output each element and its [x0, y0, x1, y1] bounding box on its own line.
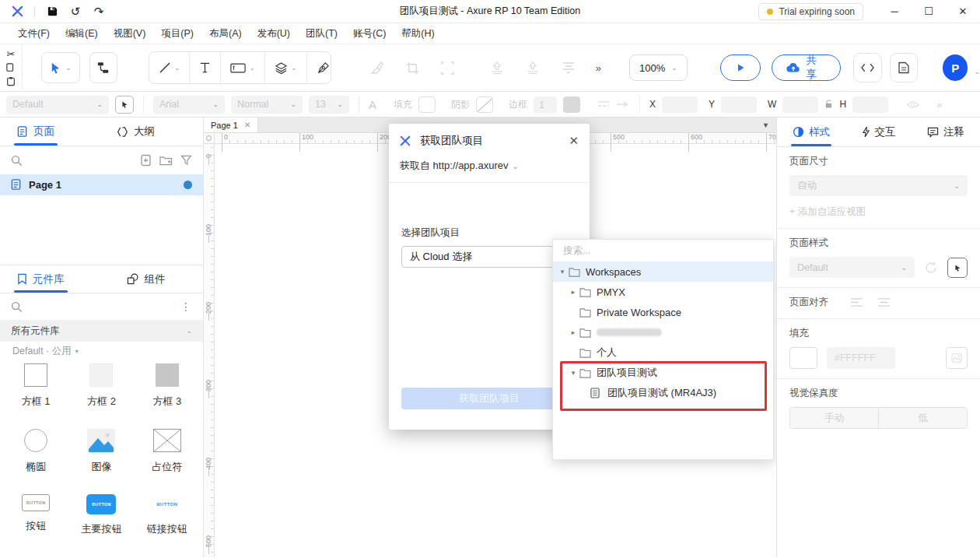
widget-h2[interactable]: H2 — [68, 556, 134, 557]
pen-tool[interactable] — [307, 52, 331, 83]
tab-pages[interactable]: 页面 — [14, 118, 58, 146]
widget-h3[interactable]: H3 — [135, 556, 200, 557]
tab-notes[interactable]: 注释 — [926, 118, 966, 146]
code-icon — [861, 63, 874, 72]
style-picker-button[interactable] — [115, 96, 134, 114]
canvas-area[interactable]: Page 1 ✕ ▼ 0100200300400500600700 010020… — [204, 118, 776, 557]
tree-item[interactable]: ▾团队项目测试 — [553, 363, 773, 383]
line-tool[interactable]: ⌄ — [149, 52, 191, 83]
w-field — [782, 97, 818, 113]
widget-label: 方框 3 — [152, 395, 181, 409]
menu-item-2[interactable]: 视图(V) — [107, 25, 153, 43]
canvas-tab-page1[interactable]: Page 1 ✕ — [204, 118, 258, 132]
select-tool[interactable]: ⌄ — [41, 52, 80, 83]
tab-outline[interactable]: 大纲 — [114, 118, 158, 146]
menu-item-6[interactable]: 团队(T) — [299, 25, 345, 43]
tree-item[interactable]: ▸PMYX — [553, 282, 773, 302]
widget-label: 方框 2 — [87, 395, 116, 409]
widget-placeholder[interactable]: 占位符 — [135, 429, 200, 474]
ruler-origin[interactable] — [204, 133, 215, 144]
textfield-tool[interactable]: ⌄ — [221, 52, 265, 83]
widget-ellipse[interactable]: 椭圆 — [3, 429, 68, 474]
account-avatar[interactable]: P — [943, 54, 968, 81]
hruler-label: 100 — [302, 133, 313, 141]
menu-item-5[interactable]: 发布(U) — [250, 25, 297, 43]
divider — [34, 6, 35, 17]
widget-image[interactable]: 图像 — [68, 429, 134, 474]
trial-badge[interactable]: Trial expiring soon — [758, 3, 863, 20]
cut-icon[interactable]: ✂ — [5, 49, 16, 60]
font-size-select: 13⌄ — [309, 96, 349, 114]
filter-icon[interactable] — [180, 155, 192, 166]
connector-tool[interactable] — [89, 52, 117, 83]
library-scope-select[interactable]: 所有元件库 ⌄ — [0, 320, 203, 342]
menu-item-1[interactable]: 编辑(E) — [58, 25, 105, 43]
canvas-tab-label: Page 1 — [211, 121, 238, 130]
library-menu-kebab-icon[interactable]: ⋮ — [180, 300, 192, 313]
save-icon[interactable] — [46, 5, 58, 18]
widget-box2[interactable]: 方框 2 — [68, 363, 134, 409]
tab-components[interactable]: 组件 — [124, 265, 169, 293]
tab-overflow-icon[interactable]: ▼ — [755, 118, 776, 132]
widget-link-button[interactable]: BUTTON链接按钮 — [135, 494, 200, 536]
menu-item-4[interactable]: 布局(A) — [202, 25, 249, 43]
menu-item-7[interactable]: 账号(C) — [346, 25, 393, 43]
widget-primary-button[interactable]: BUTTON主要按钮 — [68, 494, 134, 536]
close-button[interactable]: ✕ — [946, 0, 980, 23]
maximize-button[interactable]: ☐ — [912, 0, 946, 23]
page-item-label: Page 1 — [29, 179, 177, 191]
tree-item[interactable]: 团队项目测试 (MR4AJ3) — [553, 383, 773, 403]
widget-box1[interactable]: 方框 1 — [3, 363, 68, 409]
zoom-dropdown[interactable]: 100% ⌄ — [629, 54, 688, 81]
library-search-icon[interactable] — [11, 301, 23, 313]
paste-icon[interactable] — [5, 75, 16, 86]
source-server-dropdown[interactable]: 获取自 http://app.axurev ⌄ — [389, 154, 590, 183]
redo-icon[interactable]: ↷ — [93, 5, 105, 18]
tree-search-input[interactable]: 搜索... — [553, 240, 773, 261]
right-style-panel: 样式 交互 注释 页面尺寸 自动 ⌄ + 添加自适应视图 页面样式 D — [776, 118, 980, 557]
tree-item[interactable]: ▸ — [553, 322, 773, 342]
widget-box3[interactable]: 方框 3 — [135, 363, 200, 409]
menu-item-3[interactable]: 项目(P) — [154, 25, 201, 43]
notes-doc-button[interactable] — [890, 53, 918, 82]
account-chevron-icon[interactable]: ⌄ — [974, 68, 980, 75]
minimize-button[interactable]: ─ — [877, 0, 912, 23]
tree-item[interactable]: ▾Workspaces — [553, 261, 773, 282]
placeholder-preview — [153, 429, 181, 452]
menu-item-8[interactable]: 帮助(H) — [394, 25, 441, 43]
add-folder-icon[interactable] — [159, 155, 173, 167]
share-button[interactable]: 共享 — [772, 54, 842, 81]
preview-button[interactable] — [720, 54, 761, 81]
tab-close-icon[interactable]: ✕ — [244, 121, 250, 129]
tree-item[interactable]: 个人 — [553, 342, 773, 363]
tab-widget-library[interactable]: 元件库 — [14, 265, 68, 293]
get-project-submit-button[interactable]: 获取团队项目 — [401, 388, 577, 409]
undo-icon[interactable]: ↺ — [69, 5, 82, 18]
page-fill-swatch[interactable] — [789, 347, 817, 369]
widget-style-value: Default — [12, 99, 44, 110]
shadow-label: 阴影 — [451, 98, 470, 111]
search-icon[interactable] — [11, 155, 23, 167]
style-target-button[interactable] — [947, 258, 968, 278]
axure-dialog-logo-icon — [400, 135, 411, 146]
tree-item[interactable]: Private Workspace — [553, 302, 773, 322]
border-swatch — [563, 97, 580, 113]
text-tool[interactable] — [190, 52, 221, 83]
page-align-label: 页面对齐 — [789, 296, 828, 309]
widget-h1[interactable]: H1 — [3, 556, 68, 557]
layers-tool[interactable]: ⌄ — [265, 52, 307, 83]
add-page-icon[interactable] — [140, 154, 152, 167]
tab-style[interactable]: 样式 — [791, 118, 831, 146]
copy-icon[interactable] — [5, 62, 16, 73]
code-view-button[interactable] — [853, 53, 881, 82]
cloud-upload-icon — [786, 62, 800, 73]
page-tree-item[interactable]: Page 1 — [0, 174, 203, 195]
dialog-close-icon[interactable]: ✕ — [569, 134, 579, 148]
tab-interactions[interactable]: 交互 — [860, 118, 898, 146]
menu-item-0[interactable]: 文件(F) — [11, 25, 57, 43]
project-source-field[interactable]: 从 Cloud 选择 — [401, 246, 554, 268]
widget-button[interactable]: BUTTON按钮 — [3, 494, 68, 536]
library-section-header[interactable]: Default · 公用 ▾ — [0, 342, 203, 360]
vruler-label: 100 — [205, 224, 212, 236]
toolbar-more-button[interactable]: » — [596, 62, 601, 74]
